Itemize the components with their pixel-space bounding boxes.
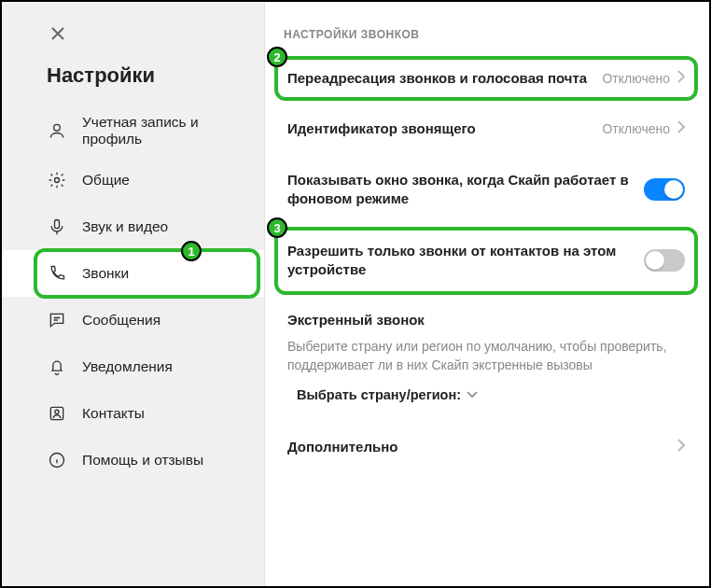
info-icon (47, 450, 67, 470)
sidebar-item-label: Помощь и отзывы (82, 452, 203, 469)
emergency-call-desc: Выберите страну или регион по умолчанию,… (284, 337, 690, 385)
sidebar-item-general[interactable]: Общие (2, 157, 264, 203)
row-show-call-window[interactable]: Показывать окно звонка, когда Скайп рабо… (284, 158, 690, 222)
sidebar-item-notifications[interactable]: Уведомления (2, 343, 264, 390)
row-advanced[interactable]: Дополнительно (284, 425, 690, 469)
sidebar-item-audio-video[interactable]: Звук и видео (2, 203, 264, 250)
message-icon (47, 310, 67, 330)
row-title: Показывать окно звонка, когда Скайп рабо… (287, 171, 644, 209)
toggle-show-call-window[interactable] (644, 178, 685, 201)
annotation-badge-2: 2 (267, 47, 287, 67)
row-contacts-only[interactable]: Разрешить только звонки от контактов на … (284, 227, 690, 295)
sidebar-item-label: Уведомления (82, 358, 173, 375)
sidebar-item-label: Учетная запись и профиль (82, 114, 255, 147)
row-title: Разрешить только звонки от контактов на … (287, 242, 644, 280)
region-select-label: Выбрать страну/регион: (297, 387, 461, 402)
gear-icon (47, 170, 67, 190)
sidebar-item-label: Сообщения (82, 312, 160, 329)
toggle-contacts-only[interactable] (644, 249, 685, 272)
sidebar-item-help[interactable]: Помощь и отзывы (2, 437, 264, 483)
chevron-right-icon (677, 120, 685, 137)
sidebar-item-label: Звонки (82, 265, 129, 282)
region-select[interactable]: Выбрать страну/регион: (284, 384, 478, 419)
row-caller-id[interactable]: Идентификатор звонящего Отключено (284, 106, 690, 151)
mic-icon (47, 217, 67, 237)
user-icon (47, 120, 67, 141)
row-status: Отключено (602, 71, 670, 86)
chevron-right-icon (677, 439, 685, 455)
row-title: Переадресация звонков и голосовая почта (287, 69, 602, 88)
sidebar-item-messaging[interactable]: Сообщения (2, 297, 264, 343)
sidebar-item-label: Общие (82, 172, 130, 189)
row-call-forwarding[interactable]: Переадресация звонков и голосовая почта … (284, 56, 690, 101)
bell-icon (47, 357, 67, 377)
settings-sidebar: Настройки Учетная запись и профиль Общие… (2, 2, 265, 586)
svg-rect-2 (55, 220, 60, 229)
settings-content: НАСТРОЙКИ ЗВОНКОВ Переадресация звонков … (265, 2, 709, 586)
sidebar-item-label: Звук и видео (82, 218, 168, 235)
settings-title: Настройки (2, 58, 264, 105)
annotation-badge-3: 3 (267, 217, 287, 238)
phone-icon (47, 263, 67, 284)
sidebar-item-contacts[interactable]: Контакты (2, 390, 264, 437)
close-icon (51, 27, 64, 44)
row-title: Дополнительно (287, 438, 677, 456)
close-button[interactable] (41, 19, 75, 52)
row-title: Идентификатор звонящего (287, 119, 602, 138)
highlight-1 (34, 248, 260, 299)
sidebar-item-label: Контакты (82, 405, 145, 422)
svg-point-1 (55, 178, 60, 183)
sidebar-item-calling[interactable]: Звонки 1 (2, 250, 264, 297)
contacts-icon (47, 403, 67, 424)
emergency-call-title: Экстренный звонок (284, 295, 690, 337)
sidebar-item-account[interactable]: Учетная запись и профиль (2, 105, 264, 157)
section-label-calling: НАСТРОЙКИ ЗВОНКОВ (284, 28, 690, 41)
row-status: Отключено (602, 121, 670, 136)
svg-point-4 (55, 410, 59, 413)
chevron-right-icon (677, 70, 685, 87)
chevron-down-icon (467, 391, 478, 399)
svg-point-0 (54, 124, 61, 131)
annotation-badge-1: 1 (181, 241, 202, 261)
